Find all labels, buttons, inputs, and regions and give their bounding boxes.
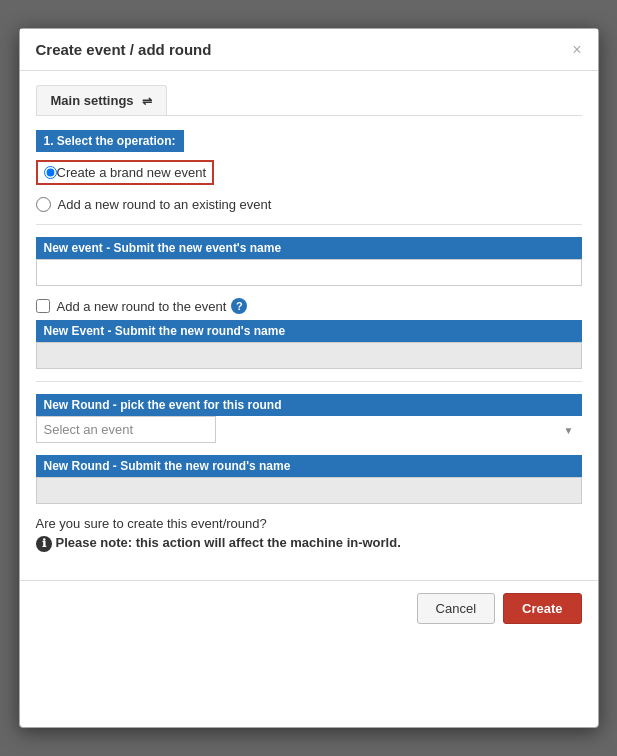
new-round-name2-input[interactable] [36,477,582,504]
tab-main-settings-label: Main settings [51,93,134,108]
modal-footer: Cancel Create [20,580,598,636]
note-section: Are you sure to create this event/round?… [36,516,582,552]
radio-option-new[interactable]: Create a brand new event [36,160,215,185]
new-round-name-input[interactable] [36,342,582,369]
new-round-name2-block: New Round - Submit the new round's name [36,455,582,504]
modal-header: Create event / add round × [20,29,598,71]
new-event-name-input[interactable] [36,259,582,286]
radio-new-event-label: Create a brand new event [57,165,207,180]
step1-section: 1. Select the operation: Create a brand … [36,130,582,212]
cancel-button[interactable]: Cancel [417,593,495,624]
tab-bar: Main settings ⇌ [36,85,582,116]
note-question: Are you sure to create this event/round? [36,516,582,531]
add-round-checkbox[interactable] [36,299,50,313]
chevron-down-icon: ▼ [564,424,574,435]
modal-title: Create event / add round [36,41,212,58]
radio-new-event[interactable] [44,166,57,179]
add-round-label: Add a new round to the event [57,299,227,314]
new-event-name-block: New event - Submit the new event's name [36,237,582,286]
modal-body: Main settings ⇌ 1. Select the operation:… [20,71,598,580]
divider-1 [36,224,582,225]
settings-icon: ⇌ [142,94,152,108]
divider-2 [36,381,582,382]
new-event-name-label: New event - Submit the new event's name [36,237,582,259]
select-wrapper: Select an event ▼ [36,416,582,443]
radio-existing-event[interactable] [36,197,51,212]
new-round-name-label: New Event - Submit the new round's name [36,320,582,342]
tab-main-settings[interactable]: Main settings ⇌ [36,85,168,115]
new-round-name2-label: New Round - Submit the new round's name [36,455,582,477]
info-icon: ℹ [36,536,52,552]
step1-label: 1. Select the operation: [36,130,184,152]
radio-option-existing[interactable]: Add a new round to an existing event [36,197,582,212]
pick-event-block: New Round - pick the event for this roun… [36,394,582,443]
new-round-name-block: New Event - Submit the new round's name [36,320,582,369]
checkbox-row: Add a new round to the event ? [36,298,582,314]
modal-dialog: Create event / add round × Main settings… [19,28,599,728]
pick-event-label: New Round - pick the event for this roun… [36,394,582,416]
create-button[interactable]: Create [503,593,581,624]
radio-group: Create a brand new event Add a new round… [36,160,582,212]
radio-existing-event-label: Add a new round to an existing event [58,197,272,212]
help-icon[interactable]: ? [231,298,247,314]
note-important: ℹPlease note: this action will affect th… [36,535,582,552]
event-select[interactable]: Select an event [36,416,216,443]
close-button[interactable]: × [572,42,581,58]
modal-overlay: Create event / add round × Main settings… [0,0,617,756]
